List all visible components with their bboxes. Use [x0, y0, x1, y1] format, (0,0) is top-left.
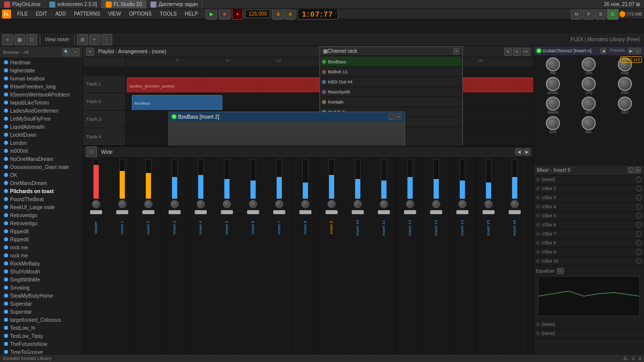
sidebar-entry-oneman[interactable]: OneMansDream [0, 179, 83, 187]
mixer-btn[interactable]: M [571, 9, 582, 20]
slot-toggle-4[interactable] [636, 204, 642, 210]
synth-close[interactable]: × [635, 48, 641, 54]
taskbar-playonlinux[interactable]: PlayOnLinux [0, 0, 45, 9]
mix-knob-16[interactable] [485, 200, 493, 208]
mix-knob-11[interactable] [354, 200, 362, 208]
slot-toggle-10[interactable] [636, 258, 642, 264]
fader-5[interactable] [195, 210, 207, 214]
fader-11[interactable] [352, 210, 364, 214]
mixer-channel-8[interactable]: Insert 7 [266, 158, 292, 363]
synth-presets[interactable]: Presets [607, 48, 627, 54]
mixer-channel-17[interactable]: Insert 16 [502, 158, 528, 363]
tempo-display[interactable]: 126.000 [245, 10, 270, 18]
slot-toggle-3[interactable] [636, 195, 642, 201]
slot-toggle-2[interactable] [636, 186, 642, 192]
fader-4[interactable] [169, 210, 181, 214]
mix-knob-7[interactable] [249, 200, 257, 208]
slot-toggle-8[interactable] [636, 240, 642, 246]
sidebar-entry-lockdown[interactable]: LockItDown [0, 131, 83, 139]
sidebar-entry-itseemswe[interactable]: ItSeemsWeHaveAProblem [0, 90, 83, 99]
sidebar-entry-poundthebeat[interactable]: PoundTheBeat [0, 195, 83, 203]
fader-15[interactable] [456, 210, 468, 214]
mixer-channel-13[interactable]: Insert 12 [397, 158, 423, 363]
fader-7[interactable] [247, 210, 259, 214]
sidebar-entry-ok[interactable]: OK [0, 171, 83, 179]
menu-options[interactable]: OPTIONS [125, 9, 155, 19]
sidebar-entry-testlow[interactable]: TestLow_hi [0, 324, 83, 332]
sidebar-entry-testtipsy[interactable]: TestLow_Tipsy [0, 332, 83, 340]
insert-slot-8[interactable]: cSlur 8 [534, 239, 644, 248]
view-browser-btn[interactable]: ⬡ [26, 34, 37, 45]
mix-knob-9[interactable] [301, 200, 309, 208]
mixer-channel-15[interactable]: Insert 14 [449, 158, 475, 363]
sidebar-entry-liquid[interactable]: LiquidAdrenalin [0, 123, 83, 131]
fader-6[interactable] [221, 210, 233, 214]
mix-knob-2[interactable] [118, 200, 126, 208]
fader-12[interactable] [378, 210, 390, 214]
sidebar-entry-rippedit[interactable]: RippedIt [0, 227, 83, 235]
mix-knob-1[interactable] [92, 200, 100, 208]
mix-knob-17[interactable] [511, 200, 519, 208]
sidebar-entry-ooooooo[interactable]: Ooooooooooo_Giant male [0, 163, 83, 171]
warm-knob[interactable] [546, 97, 560, 111]
sidebar-entry-london[interactable]: London [0, 139, 83, 147]
sidebar-entry-m000nit[interactable]: m000nit [0, 147, 83, 155]
draw-tool[interactable]: ✎ [504, 48, 512, 56]
sidebar-entry-rippedit2[interactable]: RippedIt [0, 235, 83, 243]
att-knob[interactable] [582, 97, 596, 111]
mixer-channel-14[interactable]: Insert 13 [423, 158, 449, 363]
mix-knob-4[interactable] [171, 200, 179, 208]
view-playlist-btn[interactable]: ▦ [14, 34, 25, 45]
slot-toggle-7[interactable] [636, 231, 642, 237]
fader-14[interactable] [430, 210, 442, 214]
rel-knob[interactable] [582, 116, 596, 130]
sidebar-entry-superstar[interactable]: Superstar [0, 300, 83, 308]
menu-help[interactable]: HELP [181, 9, 202, 19]
boobass-power-led[interactable] [172, 115, 176, 119]
boobass-close[interactable]: × [395, 114, 401, 120]
mixer-channel-18[interactable]: Insert 17 [528, 158, 533, 363]
sidebar-entry-targetlocked[interactable]: targetlocked_Colossus [0, 316, 83, 324]
pw-knob[interactable] [546, 57, 560, 71]
denominator[interactable]: 4 [284, 9, 295, 20]
slot-toggle-1[interactable] [636, 176, 642, 183]
sus-knob[interactable] [546, 116, 560, 130]
sidebar-entry-human-beatbox[interactable]: human beatbox [0, 74, 83, 82]
mixer-channel-5[interactable]: Insert 4 [188, 158, 214, 363]
channel-rack-btn[interactable]: C [607, 9, 618, 20]
synth-preset-prev[interactable]: ◀ [600, 48, 606, 54]
clip-2[interactable]: BooBass [132, 95, 222, 110]
synth-preset-next[interactable]: ▶ [628, 48, 634, 54]
channel-row-1[interactable]: BooBass [321, 57, 461, 67]
level-knob[interactable] [546, 77, 560, 91]
synth-power-led[interactable] [537, 49, 541, 53]
insert-slot-5[interactable]: cSlur 5 [534, 212, 644, 221]
eq-btn[interactable]: ≈ [557, 268, 564, 274]
zoom-out-btn[interactable]: - [101, 34, 112, 45]
insert-slot-6[interactable]: cSlur 6 [534, 221, 644, 230]
sidebar-entry-hardman[interactable]: Hardman [0, 58, 83, 66]
sidebar-entry-rockme[interactable]: rock me [0, 243, 83, 251]
mix-knob-5[interactable] [197, 200, 205, 208]
sidebar-entry-reekuf[interactable]: ReekUf_Large male [0, 203, 83, 211]
env-knob[interactable] [618, 77, 632, 91]
sidebar-search[interactable]: 🔍 [62, 48, 70, 56]
boobass-titlebar[interactable]: BooBass [Insert 2] _ × [169, 112, 405, 121]
crs-knob[interactable] [582, 57, 596, 71]
stop-button[interactable]: ■ [219, 9, 230, 20]
insert-slot-9[interactable]: cSlur 9 [534, 248, 644, 257]
record-button[interactable]: ● [232, 9, 243, 20]
bottom-slot-2[interactable]: (none) [534, 329, 644, 338]
sidebar-entry-superstar2[interactable]: Superstar [0, 308, 83, 316]
synth-titlebar[interactable]: GuitarChorus2 [Insert A] ◀ Presets ▶ × [534, 46, 644, 55]
menu-view[interactable]: VIEW [104, 9, 125, 19]
mixer-scroll-left[interactable]: ◀ [515, 148, 522, 155]
slot-toggle-5[interactable] [636, 213, 642, 219]
taskbar-fl-studio[interactable]: FL Studio 20 [102, 0, 146, 9]
sidebar-entry-retrovertigo2[interactable]: Retrovertigo [0, 219, 83, 227]
dec-knob[interactable] [618, 97, 632, 111]
playlist-add-btn[interactable]: + [86, 48, 94, 56]
mix-knob-12[interactable] [380, 200, 388, 208]
fader-1[interactable] [90, 210, 102, 214]
mix-knob-6[interactable] [223, 200, 231, 208]
